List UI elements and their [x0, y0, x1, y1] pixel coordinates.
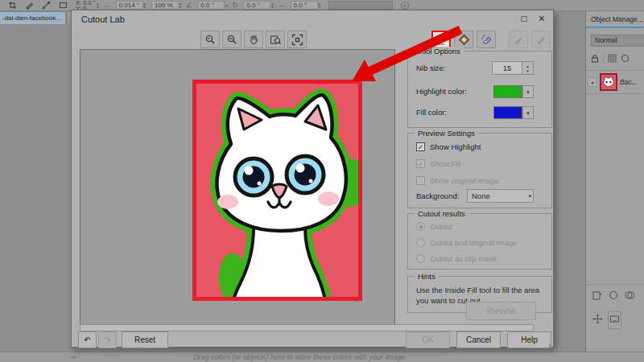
show-highlight-checkbox[interactable]: ✓	[416, 142, 425, 151]
zoom-out-button[interactable]	[222, 31, 242, 48]
show-highlight-label: Show Highlight	[430, 142, 481, 151]
background-select[interactable]: None▾	[467, 189, 534, 203]
cutout-radio-label: Cutout	[430, 222, 452, 231]
lock-icon[interactable]	[591, 51, 599, 66]
preview-settings-title: Preview Settings	[415, 129, 478, 138]
progress-bar	[80, 324, 534, 331]
rotation-spinner[interactable]: ▴▾	[271, 2, 273, 9]
transform-tool-icon[interactable]	[42, 1, 51, 10]
hints-line1: Use the Inside Fill tool to fill the are…	[416, 285, 545, 295]
hints-title: Hints	[415, 272, 439, 281]
new-group-icon[interactable]	[625, 289, 634, 303]
zoom-spinner[interactable]: ▴▾	[180, 2, 181, 9]
panel-accent-line	[586, 27, 644, 28]
maximize-icon[interactable]: □	[522, 13, 527, 24]
rotate-icon: ↻	[233, 2, 238, 9]
nib-size-stepper[interactable]: 15 ▴▾	[492, 61, 534, 75]
mask-mode-icon[interactable]	[608, 311, 621, 329]
new-object-icon[interactable]	[592, 289, 602, 303]
zoom-page-button[interactable]	[266, 31, 285, 48]
preview-settings-group: Preview Settings ✓ Show Highlight ✓ Show…	[407, 133, 552, 208]
tool-options-group: Tool Options Nib size: 15 ▴▾ Highlight c…	[407, 51, 552, 128]
move-icon[interactable]	[592, 313, 603, 327]
redo-button: ↷	[98, 331, 117, 348]
cutout-radio	[416, 222, 425, 231]
highlight-color-dropdown-icon[interactable]: ▾	[522, 85, 534, 98]
status-bar: ▸▸ Drag colors (or objects) here to stor…	[0, 352, 644, 362]
cutout-and-original-radio	[416, 238, 425, 247]
status-text: Drag colors (or objects) here to store t…	[193, 352, 405, 362]
show-fill-checkbox: ✓	[416, 159, 425, 168]
angle-value[interactable]: 0.0 °	[197, 1, 225, 10]
cutout-and-original-label: Cutout and original image	[430, 238, 517, 247]
rectangle-tool-icon[interactable]	[59, 1, 68, 10]
background-value: None	[472, 191, 490, 200]
opacity-icon[interactable]	[621, 51, 630, 66]
nib-size-value[interactable]: 15	[492, 61, 522, 75]
cutout-image[interactable]	[192, 80, 362, 301]
pan-hand-button[interactable]	[244, 31, 263, 48]
tool-options-title: Tool Options	[415, 47, 464, 56]
palette-chevrons-icon[interactable]: ▸▸	[71, 352, 76, 362]
new-lens-icon[interactable]	[609, 289, 618, 303]
remove-detail-button-disabled	[531, 31, 551, 48]
cutout-clip-mask-label: Cutout as clip mask	[430, 254, 497, 263]
object-manager-title: Object Manage...	[586, 11, 644, 27]
preview-button: Preview	[466, 302, 536, 320]
cutout-lab-dialog: Cutout Lab □ ×	[71, 10, 554, 348]
fill-color-swatch[interactable]	[493, 106, 522, 119]
ok-button: OK	[406, 331, 450, 348]
background-label: Background:	[416, 191, 459, 200]
add-detail-button-disabled	[509, 31, 528, 48]
cancel-button[interactable]: Cancel	[456, 331, 501, 348]
propbar-apply-button[interactable]	[328, 1, 393, 10]
fit-to-window-button[interactable]	[287, 31, 307, 48]
document-tab[interactable]: -dai-dien-facebook...	[0, 11, 66, 24]
reset-button[interactable]: Reset	[122, 331, 168, 348]
grid-icon[interactable]	[608, 51, 617, 66]
angle-spinner[interactable]: ▴	[225, 4, 227, 7]
skew-spinner[interactable]: ▴▾	[319, 2, 320, 9]
preview-canvas[interactable]	[80, 49, 395, 329]
cutout-results-group: Cutout results Cutout Cutout and origina…	[407, 213, 552, 269]
swap2-icon: ↔	[279, 2, 285, 9]
undo-button[interactable]: ↶	[78, 331, 97, 348]
layer-thumbnail[interactable]	[600, 73, 617, 91]
zoom-level-value[interactable]: 100 %	[151, 1, 179, 10]
pen-tool-icon[interactable]	[25, 1, 34, 10]
skew-value[interactable]: 0.0 °	[291, 1, 318, 10]
cutout-clip-mask-radio	[416, 254, 425, 263]
object-manager-panel: Object Manage... Normal ▾ Bac...	[585, 11, 644, 352]
angle-icon: ∠	[186, 2, 192, 9]
crop-tool-icon[interactable]	[8, 1, 17, 10]
merge-mode-select[interactable]: Normal	[591, 35, 644, 47]
dialog-title: Cutout Lab	[72, 10, 553, 28]
xy-spinner[interactable]: ▴▾	[97, 2, 98, 9]
highlight-color-label: Highlight color:	[416, 87, 467, 96]
show-fill-label: Show Fill	[430, 159, 461, 168]
layer-row[interactable]: ▾ Bac...	[586, 70, 644, 94]
nudge-spinner[interactable]: ▴▾	[144, 2, 146, 9]
zoom-picker-button[interactable]	[200, 31, 220, 48]
show-original-checkbox	[416, 176, 425, 185]
eraser-tool-button[interactable]	[477, 31, 496, 48]
expand-icon[interactable]: ▾	[588, 77, 597, 87]
rotation-value[interactable]: 0.0 °	[243, 1, 270, 10]
nib-size-label: Nib size:	[416, 64, 445, 72]
swap-icon: ↔	[104, 2, 110, 9]
show-original-label: Show original image	[430, 176, 499, 185]
highlight-color-swatch[interactable]	[493, 85, 522, 98]
inside-fill-tool-button[interactable]	[454, 31, 473, 48]
close-icon[interactable]: ×	[539, 13, 545, 24]
nib-spin-down-icon[interactable]: ▾	[526, 68, 529, 73]
nudge-value[interactable]: 0.014 "	[116, 1, 143, 10]
resize-grip[interactable]	[544, 338, 551, 344]
background-dropdown-icon[interactable]: ▾	[528, 190, 531, 202]
cutout-results-title: Cutout results	[415, 209, 469, 218]
fill-color-label: Fill color:	[416, 108, 447, 117]
fill-color-dropdown-icon[interactable]: ▾	[522, 106, 534, 119]
info-plus-icon[interactable]: +	[401, 2, 409, 10]
layer-name: Bac...	[620, 78, 638, 86]
highlighter-tool-button[interactable]	[431, 31, 451, 48]
divider	[603, 54, 604, 63]
